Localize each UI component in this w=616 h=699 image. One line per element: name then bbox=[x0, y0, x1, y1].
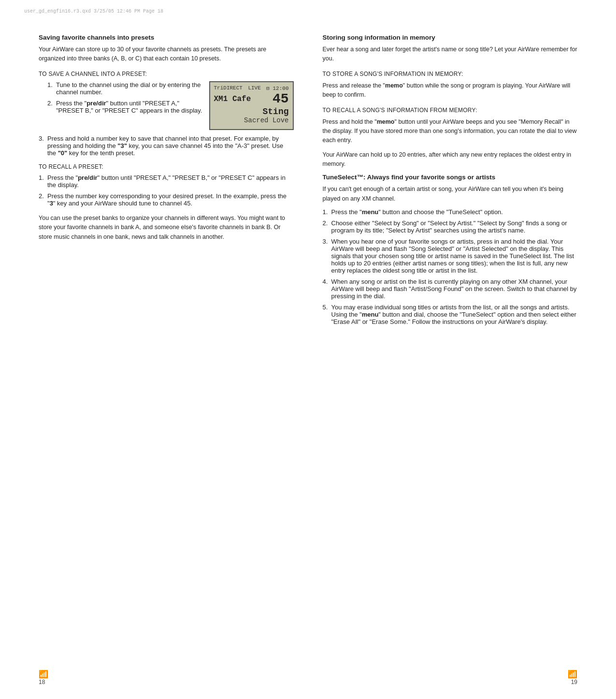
ts-step-num-1: 1. bbox=[323, 208, 331, 216]
device-top-left: TriDIRECT bbox=[214, 85, 243, 91]
right-section1-title: Storing song information in memory bbox=[323, 34, 578, 41]
store-text: Press and release the "memo" button whil… bbox=[323, 81, 578, 100]
tuneselect-step-2: 2. Choose either "Select by Song" or "Se… bbox=[323, 219, 578, 234]
device-song: Sting bbox=[214, 107, 289, 116]
left-page-num: 18 bbox=[39, 679, 45, 685]
recall-song-heading: TO RECALL A SONG'S INFORMATION FROM MEMO… bbox=[323, 107, 578, 114]
bold-key-3: 3 bbox=[50, 200, 53, 207]
bold-0: "0" bbox=[58, 149, 68, 157]
wifi-icon-right: 📶 bbox=[568, 670, 577, 678]
ts-step-text-4: When any song or artist on the list is c… bbox=[331, 278, 578, 300]
left-closing: You can use the preset banks to organize… bbox=[39, 214, 294, 242]
memory-closing: Your AirWare can hold up to 20 entries, … bbox=[323, 150, 578, 169]
recall-step-num-2: 2. bbox=[39, 192, 47, 200]
right-section2-title: TuneSelect™: Always find your favorite s… bbox=[323, 174, 578, 181]
step-text-1: Tune to the channel using the dial or by… bbox=[56, 81, 203, 96]
recall-step-num-1: 1. bbox=[39, 174, 47, 181]
ts-step-num-2: 2. bbox=[323, 219, 331, 227]
store-heading: TO STORE A SONG'S INFORMATION IN MEMORY: bbox=[323, 71, 578, 77]
left-section-title: Saving favorite channels into presets bbox=[39, 34, 294, 41]
device-top-row: TriDIRECT LIVE ⊟ 12:00 bbox=[214, 85, 289, 91]
device-channel-num: 45 bbox=[272, 92, 289, 106]
menu-bold-2: menu bbox=[362, 311, 379, 318]
step-text-3: Press and hold a number key to save that… bbox=[47, 135, 294, 157]
wifi-icon-left: 📶 bbox=[39, 670, 48, 678]
two-col-layout: Saving favorite channels into presets Yo… bbox=[39, 34, 577, 329]
pre-dir-bold: pre/dir bbox=[86, 100, 106, 107]
step1-with-device: 1. Tune to the channel using the dial or… bbox=[47, 81, 294, 130]
step-text-2: Press the "pre/dir" button until "PRESET… bbox=[56, 100, 203, 114]
tuneselect-step-3: 3. When you hear one of your favorite so… bbox=[323, 238, 578, 274]
page-num-left: 📶 18 bbox=[39, 670, 48, 685]
recall-heading: TO RECALL A PRESET: bbox=[39, 163, 294, 170]
save-step-2: 2. Press the "pre/dir" button until "PRE… bbox=[47, 100, 203, 114]
tuneselect-step-4: 4. When any song or artist on the list i… bbox=[323, 278, 578, 300]
page-container: user_gd_engfin16.r3.qxd 3/25/05 12:46 PM… bbox=[0, 0, 616, 699]
device-top-mid: LIVE bbox=[248, 85, 260, 91]
recall-step-text-2: Press the number key corresponding to yo… bbox=[47, 192, 294, 207]
save-step-1: 1. Tune to the channel using the dial or… bbox=[47, 81, 203, 96]
recall-step-1: 1. Press the "pre/dir" button until "PRE… bbox=[39, 174, 294, 189]
ts-step-num-5: 5. bbox=[323, 304, 331, 311]
ts-step-num-3: 3. bbox=[323, 238, 331, 245]
device-artist: Sacred Love bbox=[214, 116, 289, 124]
step-num-2: 2. bbox=[47, 100, 56, 107]
menu-bold-1: menu bbox=[362, 208, 379, 216]
device-channel-name: XM1 Cafe bbox=[214, 95, 251, 103]
ts-step-text-3: When you hear one of your favorite songs… bbox=[331, 238, 578, 274]
ts-step-text-1: Press the "menu" button and choose the "… bbox=[331, 208, 578, 216]
tuneselect-step-1: 1. Press the "menu" button and choose th… bbox=[323, 208, 578, 216]
ts-step-num-4: 4. bbox=[323, 278, 331, 285]
page-numbers: 📶 18 📶 19 bbox=[0, 670, 616, 685]
device-display: TriDIRECT LIVE ⊟ 12:00 XM1 Cafe 45 Sting… bbox=[209, 81, 294, 130]
page-num-right: 📶 19 bbox=[568, 670, 577, 685]
device-top-right: ⊟ 12:00 bbox=[266, 85, 288, 91]
step-num-1: 1. bbox=[47, 81, 56, 88]
device-channel-row: XM1 Cafe 45 bbox=[214, 92, 289, 106]
bold-3: "3" bbox=[117, 142, 127, 149]
right-section1-intro: Ever hear a song and later forget the ar… bbox=[323, 45, 578, 64]
save-heading: TO SAVE A CHANNEL INTO A PRESET: bbox=[39, 71, 294, 77]
col-right: Storing song information in memory Ever … bbox=[323, 34, 578, 329]
memo-bold-2: memo bbox=[377, 118, 395, 125]
recall-song-text: Press and hold the "memo" button until y… bbox=[323, 117, 578, 146]
step-num-3: 3. bbox=[39, 135, 47, 142]
memo-bold-1: memo bbox=[385, 82, 403, 89]
recall-pre-dir-bold: pre/dir bbox=[78, 174, 97, 181]
recall-step-2: 2. Press the number key corresponding to… bbox=[39, 192, 294, 207]
ts-step-text-5: You may erase individual song titles or … bbox=[331, 304, 578, 325]
tuneselect-step-5: 5. You may erase individual song titles … bbox=[323, 304, 578, 325]
save-step-3: 3. Press and hold a number key to save t… bbox=[39, 135, 294, 157]
recall-step-text-1: Press the "pre/dir" button until "PRESET… bbox=[47, 174, 294, 189]
header-meta: user_gd_engfin16.r3.qxd 3/25/05 12:46 PM… bbox=[24, 9, 163, 14]
col-left: Saving favorite channels into presets Yo… bbox=[39, 34, 294, 329]
step1-text: 1. Tune to the channel using the dial or… bbox=[47, 81, 203, 118]
ts-step-text-2: Choose either "Select by Song" or "Selec… bbox=[331, 219, 578, 234]
right-page-num: 19 bbox=[571, 679, 577, 685]
left-intro: Your AirWare can store up to 30 of your … bbox=[39, 45, 294, 64]
right-section2-intro: If you can't get enough of a certain art… bbox=[323, 185, 578, 204]
